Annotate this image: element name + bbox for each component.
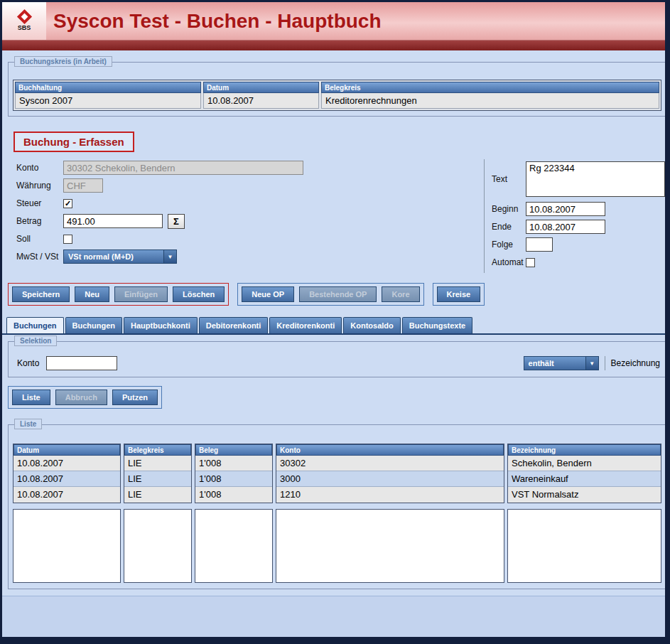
- logo-text: SBS: [18, 24, 31, 31]
- empty-column: [124, 509, 192, 583]
- tab-bar: Buchungen Buchungen Hauptbuchkonti Debit…: [2, 317, 665, 335]
- table-cell[interactable]: 10.08.2007: [13, 471, 120, 487]
- tab-hauptbuchkonti[interactable]: Hauptbuchkonti: [124, 317, 198, 333]
- kreise-button[interactable]: Kreise: [437, 286, 481, 302]
- abbruch-button[interactable]: Abbruch: [55, 390, 107, 405]
- liste-legend: Liste: [14, 419, 42, 429]
- ende-input[interactable]: [526, 220, 605, 234]
- liste-header-konto[interactable]: Konto: [276, 444, 504, 456]
- text-input[interactable]: Rg 223344: [526, 161, 665, 197]
- bestehende-op-button[interactable]: Bestehende OP: [299, 286, 377, 302]
- selektion-field-label: Bezeichnung: [611, 358, 660, 368]
- list-button-row: Liste Abbruch Putzen: [8, 386, 665, 409]
- diamond-logo-icon: [16, 9, 31, 23]
- list-button-group: Liste Abbruch Putzen: [8, 386, 162, 409]
- erfassen-left-pane: Konto Währung Steuer Betrag Σ Soll: [8, 159, 484, 273]
- table-cell[interactable]: LIE: [124, 487, 191, 503]
- title-bar: SBS Syscon Test - Buchen - Hauptbuch: [2, 2, 665, 41]
- putzen-button[interactable]: Putzen: [112, 390, 158, 405]
- liste-col-bezeichnung: Bezeichnung Schekolin, Bendern Wareneink…: [507, 444, 661, 503]
- liste-col-konto: Konto 30302 3000 1210: [276, 444, 504, 503]
- tab-buchungstexte[interactable]: Buchungstexte: [402, 317, 472, 333]
- tab-kreditorenkonti[interactable]: Kreditorenkonti: [269, 317, 342, 333]
- table-cell[interactable]: LIE: [124, 471, 191, 487]
- selektion-konto-label: Konto: [17, 358, 39, 368]
- app-content: SBS Syscon Test - Buchen - Hauptbuch Buc…: [2, 2, 665, 637]
- liste-button[interactable]: Liste: [12, 390, 50, 405]
- mwst-select[interactable]: VSt normal (M+D) ▼: [63, 249, 177, 264]
- liste-header-bezeichnung[interactable]: Bezeichnung: [508, 444, 661, 456]
- buchungskreis-legend: Buchungskreis (in Arbeit): [14, 56, 112, 67]
- soll-checkbox[interactable]: [63, 235, 72, 244]
- op-button-group: Neue OP Bestehende OP Kore: [237, 283, 423, 306]
- tab-buchungen[interactable]: Buchungen: [65, 317, 123, 333]
- konto-field: [63, 161, 303, 175]
- empty-column: [276, 509, 504, 583]
- table-cell[interactable]: 1'008: [195, 456, 272, 471]
- sigma-icon: Σ: [173, 216, 179, 227]
- chevron-down-icon[interactable]: ▼: [163, 250, 176, 263]
- neu-button[interactable]: Neu: [75, 286, 109, 302]
- datum-header: Datum: [203, 82, 319, 93]
- folge-input[interactable]: [526, 237, 553, 252]
- selektion-konto-input[interactable]: [46, 356, 117, 370]
- folge-label: Folge: [492, 240, 526, 249]
- datum-value: 10.08.2007: [203, 93, 319, 109]
- tab-buchungen-active[interactable]: Buchungen: [6, 317, 64, 333]
- belegkreis-value: Kreditorenrechnungen: [321, 93, 659, 109]
- mwst-select-value: VSt normal (M+D): [64, 250, 163, 263]
- steuer-checkbox[interactable]: [63, 199, 72, 208]
- footer-band: [2, 596, 665, 637]
- sbs-logo: SBS: [2, 2, 46, 40]
- sum-button[interactable]: Σ: [168, 214, 185, 229]
- buchungskreis-fieldset: Buchungskreis (in Arbeit) Buchhaltung Sy…: [8, 62, 665, 117]
- liste-col-belegkreis: Belegkreis LIE LIE LIE: [124, 444, 192, 503]
- page-title: Syscon Test - Buchen - Hauptbuch: [53, 10, 382, 33]
- app-window: SBS Syscon Test - Buchen - Hauptbuch Buc…: [0, 0, 670, 644]
- table-cell[interactable]: 3000: [276, 471, 504, 487]
- neue-op-button[interactable]: Neue OP: [242, 286, 294, 302]
- table-cell[interactable]: 1'008: [195, 471, 272, 487]
- beginn-input[interactable]: [526, 202, 605, 216]
- belegkreis-column: Belegkreis Kreditorenrechnungen: [321, 82, 659, 109]
- loeschen-button[interactable]: Löschen: [173, 286, 225, 302]
- automat-label: Automat: [492, 257, 526, 267]
- operator-select[interactable]: enthält ▼: [524, 356, 599, 370]
- chevron-down-icon[interactable]: ▼: [585, 357, 598, 370]
- table-cell[interactable]: Schekolin, Bendern: [508, 456, 661, 471]
- liste-col-datum: Datum 10.08.2007 10.08.2007 10.08.2007: [13, 444, 121, 503]
- section-title-buchung-erfassen: Buchung - Erfassen: [13, 132, 134, 152]
- liste-fieldset: Liste Datum 10.08.2007 10.08.2007 10.08.…: [8, 424, 665, 589]
- buchhaltung-header: Buchhaltung: [15, 82, 201, 93]
- liste-header-beleg[interactable]: Beleg: [195, 444, 272, 456]
- soll-label: Soll: [16, 234, 63, 244]
- tab-kontosaldo[interactable]: Kontosaldo: [343, 317, 401, 333]
- betrag-input[interactable]: [63, 214, 163, 228]
- table-cell[interactable]: LIE: [124, 456, 191, 471]
- speichern-button[interactable]: Speichern: [12, 286, 70, 302]
- kore-button[interactable]: Kore: [382, 286, 419, 302]
- empty-column: [507, 509, 661, 583]
- record-button-group: Speichern Neu Einfügen Löschen: [8, 283, 229, 306]
- table-cell[interactable]: 1'008: [195, 487, 272, 503]
- table-cell[interactable]: 10.08.2007: [13, 487, 120, 503]
- table-cell[interactable]: 1210: [276, 487, 504, 503]
- vertical-divider: [605, 356, 605, 370]
- konto-label: Konto: [16, 163, 63, 173]
- automat-checkbox[interactable]: [526, 258, 535, 267]
- table-cell[interactable]: 30302: [276, 456, 504, 471]
- liste-table: Datum 10.08.2007 10.08.2007 10.08.2007 B…: [13, 444, 661, 503]
- kreise-button-group: Kreise: [433, 283, 485, 306]
- selektion-legend: Selektion: [14, 336, 57, 346]
- ende-label: Ende: [492, 222, 526, 232]
- tab-debitorenkonti[interactable]: Debitorenkonti: [199, 317, 269, 333]
- datum-column: Datum 10.08.2007: [203, 82, 319, 109]
- liste-empty-area: [13, 509, 661, 583]
- betrag-label: Betrag: [16, 216, 63, 226]
- table-cell[interactable]: Wareneinkauf: [508, 471, 661, 487]
- table-cell[interactable]: 10.08.2007: [13, 456, 120, 471]
- einfuegen-button[interactable]: Einfügen: [114, 286, 168, 302]
- liste-header-datum[interactable]: Datum: [13, 444, 120, 456]
- liste-header-belegkreis[interactable]: Belegkreis: [124, 444, 191, 456]
- table-cell[interactable]: VST Normalsatz: [508, 487, 661, 503]
